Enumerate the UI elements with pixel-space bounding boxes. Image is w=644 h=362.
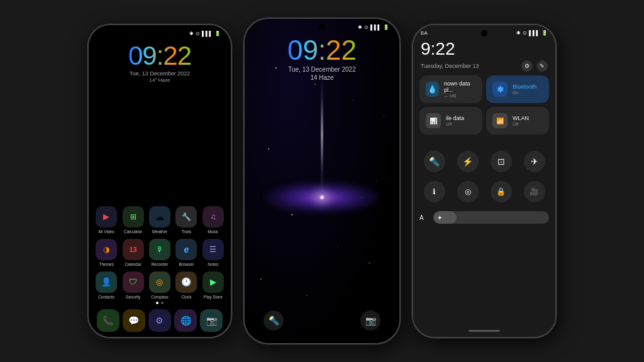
app-label-security: Security bbox=[126, 295, 140, 299]
dock-camera[interactable]: 📷 bbox=[200, 309, 223, 332]
airplane-icon: ✈ bbox=[531, 156, 538, 167]
battery-icon-p2: 🔋 bbox=[383, 25, 389, 30]
camera-button-p2[interactable]: 📷 bbox=[360, 310, 380, 331]
status-right-p2: ✱ ⊙ ▌▌▌ 🔋 bbox=[358, 25, 389, 30]
dock-phone1: 📞 💬 ⚙ 🌐 📷 bbox=[95, 309, 225, 332]
cc-btn-lock[interactable]: 🔒 bbox=[491, 181, 512, 202]
location-icon: ◎ bbox=[465, 187, 471, 196]
cc-date-row: Tuesday, December 13 ⚙ ✎ bbox=[421, 60, 548, 72]
app-calculator[interactable]: ⊞ Calculator bbox=[121, 206, 144, 234]
app-icon-tools: 🔧 bbox=[175, 206, 197, 228]
punch-hole-p1 bbox=[157, 30, 163, 36]
app-icon-playstore: ▶ bbox=[203, 272, 224, 293]
app-calendar[interactable]: 13 Calendar bbox=[121, 239, 144, 266]
dock-gallery[interactable]: 🌐 bbox=[174, 309, 197, 332]
app-themes[interactable]: ◑ Themes bbox=[95, 239, 118, 266]
bluetooth-icon-p1: ✱ bbox=[189, 31, 194, 36]
cc-btn-flash[interactable]: ⚡ bbox=[457, 151, 479, 172]
cc-header: 9:22 Tuesday, December 13 ⚙ ✎ bbox=[421, 39, 548, 72]
app-browser[interactable]: e Browser bbox=[175, 239, 197, 266]
app-icon-weather: ☁ bbox=[149, 206, 170, 228]
phone-2-screen: ✱ ⊙ ▌▌▌ 🔋 bbox=[245, 19, 399, 343]
cc-header-icons: ⚙ ✎ bbox=[521, 60, 548, 72]
app-label-recorder: Recorder bbox=[152, 262, 169, 266]
app-label-mivideo: Mi Video bbox=[99, 229, 114, 234]
cc-btn-mirror[interactable]: ⊡ bbox=[491, 151, 512, 172]
status-left-p3: EA bbox=[421, 30, 428, 36]
app-icon-compass: ◎ bbox=[149, 272, 170, 293]
tile-wlan-sub: Off bbox=[513, 122, 529, 126]
tile-mobile-data[interactable]: 📊 ile data Off bbox=[419, 107, 482, 134]
app-clock[interactable]: 🕐 Clock bbox=[175, 272, 197, 299]
brightness-bar[interactable]: ✦ bbox=[433, 211, 549, 224]
app-playstore[interactable]: ▶ Play Store bbox=[202, 272, 225, 299]
browser-icon: e bbox=[184, 244, 189, 255]
app-label-calendar: Calendar bbox=[125, 262, 141, 266]
app-notes[interactable]: ☰ Notes bbox=[202, 239, 225, 266]
bt-icon-p3: ✱ bbox=[516, 30, 521, 36]
app-label-calculator: Calculator bbox=[124, 229, 142, 234]
app-icon-contacts: 👤 bbox=[96, 272, 117, 293]
dot-2 bbox=[161, 302, 164, 304]
dock-messages[interactable]: 💬 bbox=[123, 309, 145, 332]
app-music[interactable]: ♫ Music bbox=[202, 206, 225, 234]
signal-icon-p2: ▌▌▌ bbox=[370, 25, 381, 30]
tile-data[interactable]: 💧 nown data pl... — MB bbox=[419, 75, 482, 103]
app-label-music: Music bbox=[208, 229, 218, 234]
flashlight-button-p2[interactable]: 🔦 bbox=[264, 310, 284, 331]
cc-btn-screenrecord[interactable]: 🎥 bbox=[524, 181, 545, 202]
tile-mobile-icon: 📊 bbox=[426, 113, 441, 128]
tile-bluetooth[interactable]: ✱ Bluetooth On bbox=[486, 75, 549, 103]
cc-btn-airplane[interactable]: ✈ bbox=[524, 151, 545, 172]
app-label-themes: Themes bbox=[99, 262, 113, 266]
app-icon-security: 🛡 bbox=[123, 272, 144, 293]
app-icon-mivideo: ▶ bbox=[96, 206, 117, 228]
dock-settings[interactable]: ⚙ bbox=[148, 309, 171, 332]
auto-brightness-label: A bbox=[419, 214, 428, 221]
clock-weather-p1: 14° Haze bbox=[89, 77, 231, 83]
tile-wlan-text: WLAN Off bbox=[513, 115, 529, 126]
bluetooth-tile-icon: ✱ bbox=[497, 85, 504, 94]
phone-3-screen: EA ✱ ⊙ ▌▌▌ 🔋 9:22 Tuesday, December 13 ⚙ bbox=[413, 25, 555, 337]
calendar-icon: 13 bbox=[129, 246, 136, 253]
cc-edit-button[interactable]: ✎ bbox=[536, 60, 548, 72]
cc-date: Tuesday, December 13 bbox=[421, 63, 479, 69]
cc-brightness-row: A ✦ bbox=[419, 211, 549, 224]
app-security[interactable]: 🛡 Security bbox=[121, 272, 144, 299]
app-mivideo[interactable]: ▶ Mi Video bbox=[95, 206, 118, 234]
app-icon-themes: ◑ bbox=[96, 239, 117, 260]
clock-area-phone2: 09:22 Tue, 13 December 2022 14 Haze bbox=[245, 36, 399, 81]
tile-wlan-title: WLAN bbox=[513, 115, 529, 121]
signal-icon-p3: ▌▌▌ bbox=[529, 30, 540, 36]
app-weather[interactable]: ☁ Weather bbox=[148, 206, 171, 234]
phone-3: EA ✱ ⊙ ▌▌▌ 🔋 9:22 Tuesday, December 13 ⚙ bbox=[412, 24, 557, 338]
cc-btn-location[interactable]: ◎ bbox=[457, 181, 479, 202]
contacts-icon: 👤 bbox=[101, 277, 111, 287]
bt-icon-p2: ✱ bbox=[358, 25, 362, 30]
tile-wlan[interactable]: 📶 WLAN Off bbox=[486, 107, 549, 134]
app-compass[interactable]: ◎ Compass bbox=[148, 272, 171, 299]
battery-icon-p1: 🔋 bbox=[214, 31, 221, 36]
tile-data-title: nown data pl... bbox=[444, 80, 476, 93]
sync-icon-p3: ⊙ bbox=[523, 30, 527, 36]
messages-icon: 💬 bbox=[128, 315, 139, 326]
cc-btn-flashlight[interactable]: 🔦 bbox=[424, 151, 445, 172]
phone-2-bg: ✱ ⊙ ▌▌▌ 🔋 bbox=[245, 19, 399, 343]
app-recorder[interactable]: 🎙 Recorder bbox=[148, 239, 171, 266]
app-tools[interactable]: 🔧 Tools bbox=[175, 206, 197, 234]
cc-settings-button[interactable]: ⚙ bbox=[521, 60, 533, 72]
flash-icon: ⚡ bbox=[462, 156, 473, 167]
wifi-icon: 📶 bbox=[496, 118, 504, 124]
tile-mobile-sub: Off bbox=[446, 122, 464, 126]
phone-1: ✱ ⊙ ▌▌▌ 🔋 09:22 Tue, 13 December 2022 14… bbox=[87, 24, 232, 338]
phone-3-bg: EA ✱ ⊙ ▌▌▌ 🔋 9:22 Tuesday, December 13 ⚙ bbox=[413, 25, 555, 337]
dock-phone[interactable]: 📞 bbox=[97, 309, 119, 332]
recorder-icon: 🎙 bbox=[156, 245, 164, 254]
battery-icon-p3: 🔋 bbox=[541, 30, 548, 36]
cc-time: 9:22 bbox=[421, 39, 548, 59]
app-contacts[interactable]: 👤 Contacts bbox=[95, 272, 118, 299]
clock-date-p2: Tue, 13 December 2022 bbox=[245, 66, 399, 73]
cc-btn-info[interactable]: ℹ bbox=[424, 181, 445, 202]
page-dots-phone1 bbox=[89, 302, 231, 304]
music-icon: ♫ bbox=[210, 212, 216, 221]
